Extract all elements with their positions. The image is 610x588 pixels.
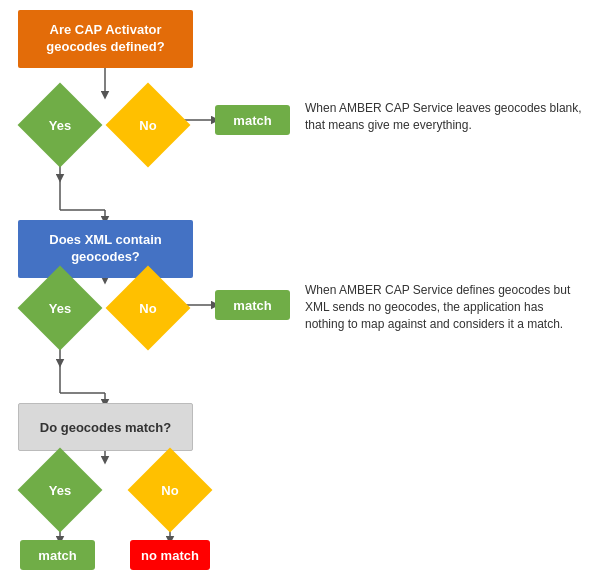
match-box-3: match — [20, 540, 95, 570]
yes-diamond-1: Yes — [30, 95, 90, 155]
question2-label: Does XML contain geocodes? — [49, 232, 161, 266]
question2-box: Does XML contain geocodes? — [18, 220, 193, 278]
question3-box: Do geocodes match? — [18, 403, 193, 451]
flowchart: Are CAP Activator geocodes defined? Yes … — [0, 0, 610, 588]
match1-label: match — [233, 113, 271, 128]
match3-label: match — [38, 548, 76, 563]
question3-label: Do geocodes match? — [40, 420, 171, 435]
match-box-2: match — [215, 290, 290, 320]
match2-label: match — [233, 298, 271, 313]
question1-box: Are CAP Activator geocodes defined? — [18, 10, 193, 68]
no-match-label: no match — [141, 548, 199, 563]
no-diamond-2: No — [118, 278, 178, 338]
annotation-1: When AMBER CAP Service leaves geocodes b… — [305, 100, 600, 134]
yes-diamond-2: Yes — [30, 278, 90, 338]
no-match-box: no match — [130, 540, 210, 570]
match-box-1: match — [215, 105, 290, 135]
annotation-2: When AMBER CAP Service defines geocodes … — [305, 282, 600, 332]
yes-diamond-3: Yes — [30, 460, 90, 520]
no-diamond-1: No — [118, 95, 178, 155]
question1-label: Are CAP Activator geocodes defined? — [46, 22, 164, 56]
no-diamond-3: No — [140, 460, 200, 520]
